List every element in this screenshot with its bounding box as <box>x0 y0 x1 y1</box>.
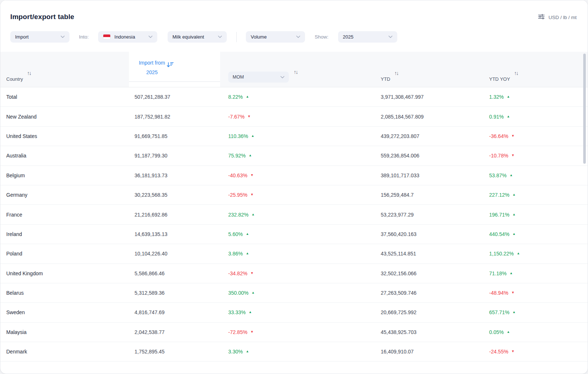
mom-change: 33.33% ▲ <box>228 309 368 315</box>
chevron-down-icon <box>148 36 153 38</box>
year-select[interactable]: 2025 <box>338 31 397 43</box>
ytd-yoy-column-label[interactable]: YTD YOY <box>489 76 510 82</box>
country-column-label[interactable]: Country <box>6 76 23 82</box>
trend-up-icon: ▲ <box>248 153 252 157</box>
column-header-mom: MOM ↑↓ <box>220 52 368 87</box>
ytd-yoy-percent: -48.94% <box>489 290 508 296</box>
chevron-down-icon <box>280 76 284 79</box>
trend-up-icon: ▲ <box>246 349 249 353</box>
product-select[interactable]: Milk equivalent <box>168 31 227 43</box>
trend-up-icon: ▲ <box>507 115 510 118</box>
import-from-column-label[interactable]: Import from 2025 <box>135 58 169 77</box>
ytd-value: 27,263,509.746 <box>368 290 485 296</box>
trend-up-icon: ▲ <box>512 310 516 314</box>
import-value: 1,752,895.45 <box>129 349 220 355</box>
country-name: New Zealand <box>0 114 129 120</box>
units-label: USD / lb / mt <box>548 15 577 20</box>
mom-change: 5.60% ▲ <box>228 231 368 237</box>
mom-change: 232.82% ▲ <box>228 212 368 218</box>
import-value: 14,639,135.13 <box>129 231 220 237</box>
country-name: United States <box>0 133 129 139</box>
page-title: Import/export table <box>10 13 74 21</box>
sorted-column-underline <box>129 81 220 82</box>
metric-select[interactable]: Volume <box>246 31 305 43</box>
chevron-down-icon <box>218 36 222 38</box>
chevron-down-icon <box>61 36 65 38</box>
mom-change: -7.67% ▼ <box>228 114 368 120</box>
import-value: 4,816,747.69 <box>129 309 220 315</box>
column-header-country[interactable]: Country ↑↓ <box>0 52 129 87</box>
trend-up-icon: ▲ <box>512 213 516 216</box>
ytd-yoy-percent: 0.05% <box>489 329 504 335</box>
country-name: Total <box>0 94 129 100</box>
table-row: Australia 91,187,799.30 75.92% ▲ 559,236… <box>0 146 588 166</box>
trend-down-icon: ▼ <box>250 330 254 334</box>
ytd-yoy-change: -48.94% ▼ <box>489 290 588 296</box>
column-header-import-from[interactable]: Import from 2025 <box>129 52 220 87</box>
ytd-yoy-percent: 227.12% <box>489 192 509 198</box>
sort-icon[interactable]: ↑↓ <box>294 69 298 75</box>
vertical-scrollbar-thumb[interactable] <box>583 54 586 164</box>
mom-percent: 33.33% <box>228 309 245 315</box>
country-name: Belarus <box>0 290 129 296</box>
country-name: Ireland <box>0 231 129 237</box>
trend-up-icon: ▲ <box>507 95 510 98</box>
ytd-yoy-change: 71.18% ▲ <box>489 270 588 276</box>
table-row: Denmark 1,752,895.45 3.30% ▲ 16,409,910.… <box>0 342 588 362</box>
ytd-yoy-percent: 196.71% <box>489 212 509 218</box>
sort-icon[interactable]: ↑↓ <box>514 70 518 76</box>
ytd-yoy-change: 657.71% ▲ <box>489 309 588 315</box>
mom-column-label: MOM <box>233 75 280 80</box>
mom-change: 75.92% ▲ <box>228 153 368 159</box>
table-row: United Kingdom 5,586,866.46 -34.82% ▼ 32… <box>0 264 588 283</box>
units-selector[interactable]: USD / lb / mt <box>538 14 577 21</box>
table-row: Malaysia 2,042,538.77 -72.85% ▼ 45,438,9… <box>0 323 588 342</box>
ytd-column-label[interactable]: YTD <box>381 76 390 82</box>
country-name: Denmark <box>0 349 129 355</box>
country-name: United Kingdom <box>0 270 129 276</box>
trade-type-select[interactable]: Import <box>10 31 69 43</box>
ytd-yoy-change: -10.78% ▼ <box>489 153 588 159</box>
filter-divider <box>236 32 237 42</box>
ytd-value: 439,272,203.807 <box>368 133 485 139</box>
trend-up-icon: ▲ <box>246 95 249 98</box>
import-from-line1: Import from <box>135 58 169 68</box>
product-value: Milk equivalent <box>172 34 218 40</box>
country-select[interactable]: Indonesia <box>98 31 157 43</box>
show-label: Show: <box>315 34 329 40</box>
trend-down-icon: ▼ <box>250 173 254 177</box>
ytd-yoy-percent: -36.64% <box>489 133 508 139</box>
ytd-yoy-change: 53.87% ▲ <box>489 173 588 178</box>
mom-percent: 3.30% <box>228 349 243 355</box>
ytd-value: 3,971,308,467.997 <box>368 94 485 100</box>
mom-percent: 232.82% <box>228 212 248 218</box>
ytd-value: 20,669,725.992 <box>368 309 485 315</box>
ytd-yoy-percent: 71.18% <box>489 270 506 276</box>
mom-percent: 110.36% <box>228 133 248 139</box>
metric-value: Volume <box>251 34 296 40</box>
sort-icon[interactable]: ↑↓ <box>27 70 31 76</box>
ytd-yoy-change: 1,150.22% ▲ <box>489 251 588 257</box>
import-value: 91,187,799.30 <box>129 153 220 159</box>
ytd-yoy-percent: -24.55% <box>489 349 508 355</box>
trend-down-icon: ▼ <box>511 153 514 157</box>
chevron-down-icon <box>296 36 300 38</box>
trend-up-icon: ▲ <box>507 330 510 334</box>
mom-change: 8.22% ▲ <box>228 94 368 100</box>
import-value: 507,261,288.37 <box>129 94 220 100</box>
mom-change: -72.85% ▼ <box>228 329 368 335</box>
column-header-ytd[interactable]: YTD ↑↓ <box>368 52 485 87</box>
mom-metric-select[interactable]: MOM <box>228 72 289 83</box>
trend-up-icon: ▲ <box>509 271 513 275</box>
sort-descending-icon[interactable] <box>166 62 174 70</box>
table-row: Germany 30,223,568.35 -25.95% ▼ 156,259,… <box>0 185 588 205</box>
ytd-yoy-change: 440.54% ▲ <box>489 231 588 237</box>
trend-up-icon: ▲ <box>246 232 249 236</box>
sliders-icon <box>538 14 545 21</box>
import-from-line2: 2025 <box>135 68 169 77</box>
table-body: Total 507,261,288.37 8.22% ▲ 3,971,308,4… <box>0 87 588 362</box>
mom-percent: 5.60% <box>228 231 243 237</box>
ytd-yoy-change: 1.32% ▲ <box>489 94 588 100</box>
sort-icon[interactable]: ↑↓ <box>394 70 398 76</box>
column-header-ytd-yoy[interactable]: YTD YOY ↑↓ <box>485 52 588 87</box>
